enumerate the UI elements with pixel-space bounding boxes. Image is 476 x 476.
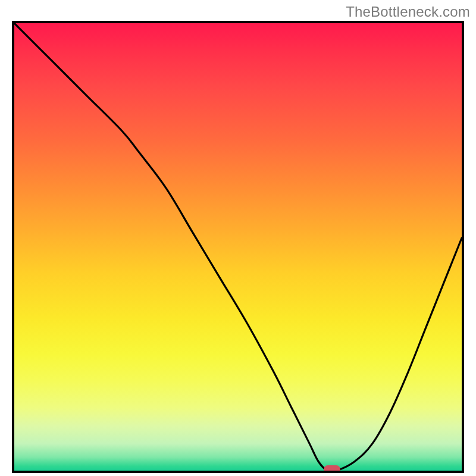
chart-container: TheBottleneck.com <box>0 0 476 476</box>
optimal-point-marker <box>324 465 340 473</box>
watermark-text: TheBottleneck.com <box>346 4 470 20</box>
bottleneck-curve <box>14 23 462 471</box>
plot-frame <box>12 21 464 473</box>
